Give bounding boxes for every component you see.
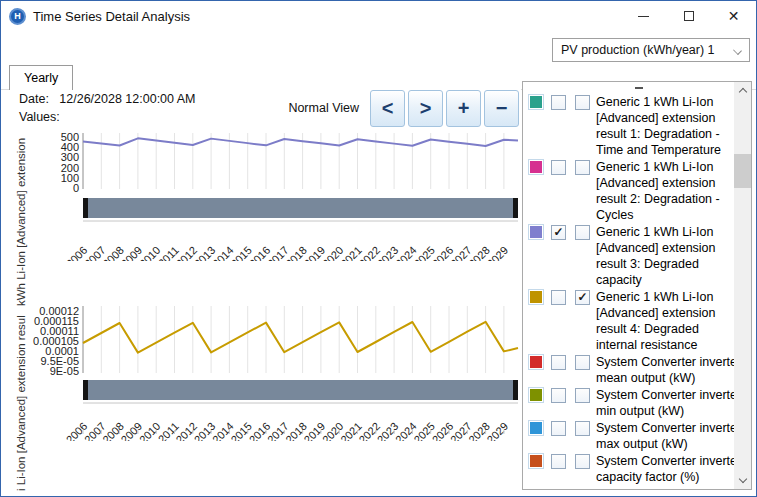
range-scrollbar[interactable] <box>83 198 518 221</box>
legend-item-label: System Converter invertermin output (kW) <box>596 387 734 419</box>
series-color-swatch <box>528 354 544 370</box>
resistance-chart-y-axis-title: i Li-Ion [Advanced] extension resul <box>15 306 27 491</box>
chart1-visibility-checkbox[interactable] <box>551 454 566 469</box>
chart2-visibility-checkbox[interactable] <box>575 95 590 110</box>
legend-item: System Converter invertermean output (kW… <box>527 354 734 386</box>
legend-item: ✓ Generic 1 kWh Li-Ion[Advanced] extensi… <box>527 224 734 288</box>
chevron-down-icon <box>733 46 742 55</box>
pan-right-button[interactable]: > <box>408 90 443 127</box>
series-color-swatch <box>528 159 544 175</box>
tab-yearly[interactable]: Yearly <box>9 65 73 90</box>
legend-scrollbar[interactable] <box>734 82 751 489</box>
maximize-icon <box>684 11 694 21</box>
legend-item: Generic 1 kWh Li-Ion[Advanced] extension… <box>527 159 734 223</box>
chart-nav-buttons: < > + − <box>370 90 519 127</box>
chart1-visibility-checkbox[interactable] <box>551 95 566 110</box>
clipped-item-sliver <box>635 87 643 89</box>
close-icon: ✕ <box>728 9 740 23</box>
chart2-visibility-checkbox[interactable] <box>575 355 590 370</box>
view-mode-label: Normal View <box>288 101 359 115</box>
series-color-swatch <box>528 224 544 240</box>
legend-item-label: System Converter invertermax output (kW) <box>596 420 734 452</box>
chart2-visibility-checkbox[interactable] <box>575 160 590 175</box>
zoom-out-button[interactable]: − <box>484 90 519 127</box>
degraded-capacity-chart[interactable]: 2006200720082009201020112012201320142015… <box>29 129 521 261</box>
legend-item-label: Generic 1 kWh Li-Ion[Advanced] extension… <box>596 94 721 158</box>
legend-item: System Converter invertercapacity factor… <box>527 453 734 485</box>
scroll-down-button[interactable] <box>734 472 751 489</box>
series-color-swatch <box>528 387 544 403</box>
chart1-visibility-checkbox[interactable] <box>551 160 566 175</box>
chevron-down-icon <box>738 475 746 483</box>
chevron-up-icon <box>738 88 746 96</box>
legend-item: System Converter invertermin output (kW) <box>527 387 734 419</box>
chart2-visibility-checkbox[interactable] <box>575 388 590 403</box>
title-bar: H Time Series Detail Analysis ✕ <box>1 1 756 31</box>
scroll-thumb[interactable] <box>734 154 751 188</box>
values-label: Values: <box>19 110 60 124</box>
chart1-visibility-checkbox[interactable] <box>551 355 566 370</box>
maximize-button[interactable] <box>666 1 711 31</box>
legend-item: System Converter invertermax output (kW) <box>527 420 734 452</box>
legend-list: Generic 1 kWh Li-Ion[Advanced] extension… <box>527 94 734 489</box>
app-logo-icon: H <box>9 8 26 25</box>
pan-left-button[interactable]: < <box>370 90 405 127</box>
range-scrollbar[interactable] <box>83 380 518 403</box>
legend-item: Generic 1 kWh Li-Ion[Advanced] extension… <box>527 94 734 158</box>
legend-item-label: Generic 1 kWh Li-Ion[Advanced] extension… <box>596 289 716 353</box>
chart1-visibility-checkbox[interactable] <box>551 290 566 305</box>
minimize-icon <box>638 16 649 17</box>
degraded-internal-resistance-chart[interactable]: 2006200720082009201020112012201320142015… <box>29 301 521 441</box>
series-selector-dropdown[interactable]: PV production (kWh/year) 1 <box>552 38 750 62</box>
scroll-up-button[interactable] <box>734 82 751 99</box>
zoom-in-button[interactable]: + <box>446 90 481 127</box>
capacity-chart-y-axis-title: kWh Li-Ion [Advanced] extension <box>15 131 27 306</box>
legend-panel: Generic 1 kWh Li-Ion[Advanced] extension… <box>522 81 752 490</box>
series-color-swatch <box>528 420 544 436</box>
window-title: Time Series Detail Analysis <box>33 9 190 24</box>
series-color-swatch <box>528 94 544 110</box>
date-label: Date: <box>19 92 49 106</box>
legend-item-label: System Converter invertercapacity factor… <box>596 453 734 485</box>
chart2-visibility-checkbox[interactable]: ✓ <box>575 290 590 305</box>
chart2-visibility-checkbox[interactable] <box>575 454 590 469</box>
svg-text:9E-05: 9E-05 <box>50 365 79 377</box>
chart1-visibility-checkbox[interactable]: ✓ <box>551 225 566 240</box>
series-selector-value: PV production (kWh/year) 1 <box>561 43 715 57</box>
date-value: 12/26/2028 12:00:00 AM <box>59 92 195 106</box>
close-button[interactable]: ✕ <box>711 1 756 31</box>
legend-item-label: Generic 1 kWh Li-Ion[Advanced] extension… <box>596 159 720 223</box>
chart2-visibility-checkbox[interactable] <box>575 225 590 240</box>
chart1-visibility-checkbox[interactable] <box>551 421 566 436</box>
legend-item-label: Generic 1 kWh Li-Ion[Advanced] extension… <box>596 224 716 288</box>
chart-panel: Date: 12/26/2028 12:00:00 AM Values: Nor… <box>9 89 521 491</box>
minimize-button[interactable] <box>621 1 666 31</box>
time-series-detail-window: H Time Series Detail Analysis ✕ PV produ… <box>0 0 757 497</box>
series-color-swatch <box>528 289 544 305</box>
series-color-swatch <box>528 453 544 469</box>
legend-item: ✓ Generic 1 kWh Li-Ion[Advanced] extensi… <box>527 289 734 353</box>
chart1-visibility-checkbox[interactable] <box>551 388 566 403</box>
svg-text:0: 0 <box>73 182 79 194</box>
chart2-visibility-checkbox[interactable] <box>575 421 590 436</box>
legend-item-label: System Converter invertermean output (kW… <box>596 354 734 386</box>
